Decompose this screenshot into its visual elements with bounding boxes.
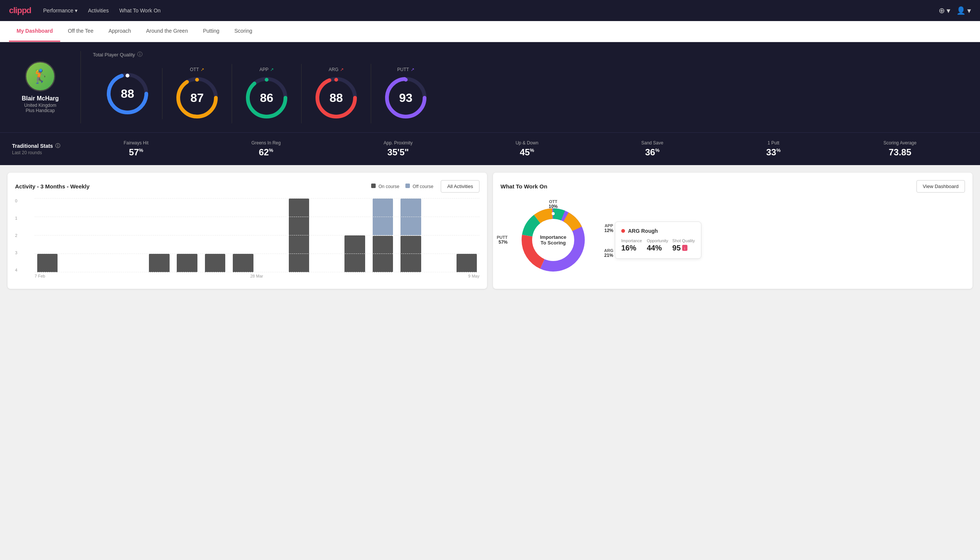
- app-value: 86: [260, 91, 273, 105]
- help-icon[interactable]: ⓘ: [137, 51, 143, 58]
- putt-circle: 93: [383, 75, 428, 120]
- info-card-title: ARG Rough: [621, 228, 695, 234]
- putt-label: PUTT ↗: [397, 67, 414, 72]
- stat-item: 1 Putt 33%: [766, 140, 781, 158]
- quality-arg: ARG ↗ 88: [301, 64, 371, 123]
- chevron-down-icon: ▾: [947, 6, 950, 15]
- stats-title: Traditional Stats ⓘ: [12, 143, 72, 149]
- bars-wrapper: [24, 198, 479, 281]
- nav-performance[interactable]: Performance ▾: [43, 8, 77, 13]
- bottom-panels: Activity - 3 Months - Weekly On course O…: [0, 165, 980, 297]
- oncourse-dot: [371, 183, 376, 188]
- arg-donut-label: ARG 21%: [604, 248, 613, 258]
- chart-legend: On course Off course: [371, 183, 433, 189]
- svg-point-5: [195, 78, 199, 82]
- info-metrics: Importance 16% Opportunity 44% Shot Qual…: [621, 238, 695, 252]
- user-icon: 👤: [956, 6, 966, 15]
- ott-label: OTT 10%: [549, 199, 558, 209]
- quality-circles: 88 OTT ↗ 87: [93, 64, 968, 123]
- tab-putting[interactable]: Putting: [196, 21, 227, 42]
- importance-value: 16%: [621, 244, 644, 252]
- chart-area: 4 3 2 1 0 7 Feb28 Mar9 May: [15, 198, 479, 281]
- arg-circle: 88: [314, 75, 359, 120]
- svg-point-19: [552, 212, 555, 215]
- overall-value: 88: [121, 87, 134, 101]
- down-badge: ↓: [682, 245, 687, 251]
- user-menu-button[interactable]: 👤 ▾: [956, 6, 971, 15]
- quality-overall: 88: [93, 68, 163, 119]
- chart-panel-header: Activity - 3 Months - Weekly On course O…: [15, 180, 479, 193]
- help-icon[interactable]: ⓘ: [55, 143, 60, 149]
- nav-right-actions: ⊕ ▾ 👤 ▾: [938, 6, 971, 15]
- trend-up-icon: ↗: [270, 67, 274, 72]
- nav-what-to-work-on[interactable]: What To Work On: [119, 8, 161, 13]
- stat-item: Scoring Average 73.85: [883, 140, 917, 158]
- vertical-divider: [80, 51, 81, 123]
- work-panel-title: What To Work On: [501, 183, 547, 190]
- tab-my-dashboard[interactable]: My Dashboard: [9, 21, 60, 42]
- putt-label: PUTT 57%: [497, 235, 507, 245]
- putt-value: 93: [399, 91, 413, 105]
- quality-app: APP ↗ 86: [232, 64, 301, 123]
- overall-circle: 88: [105, 71, 150, 116]
- chart-gridlines: [35, 198, 479, 272]
- nav-activities[interactable]: Activities: [88, 8, 109, 13]
- donut-section: Importance To Scoring PUTT 57% OTT 10% A…: [501, 198, 965, 281]
- svg-point-11: [334, 78, 338, 82]
- trend-up-icon: ↗: [411, 67, 414, 72]
- donut-wrapper: Importance To Scoring PUTT 57% OTT 10% A…: [501, 198, 606, 281]
- offcourse-legend: Off course: [405, 183, 433, 189]
- nav-links: Performance ▾ Activities What To Work On: [43, 8, 161, 13]
- stats-label: Traditional Stats ⓘ Last 20 rounds: [12, 143, 72, 155]
- ott-circle: 87: [175, 75, 220, 120]
- ott-label: OTT ↗: [190, 67, 204, 72]
- stat-item: Fairways Hit 57%: [124, 140, 148, 158]
- svg-point-2: [126, 74, 129, 77]
- app-donut-label: APP 12%: [604, 223, 613, 233]
- chart-title: Activity - 3 Months - Weekly: [15, 183, 90, 190]
- arg-label: ARG ↗: [329, 67, 344, 72]
- info-card: ARG Rough Importance 16% Opportunity 44%…: [615, 222, 701, 259]
- stat-item: App. Proximity 35'5": [384, 140, 413, 158]
- svg-point-14: [404, 78, 408, 82]
- app-circle: 86: [244, 75, 289, 120]
- quality-section: Total Player Quality ⓘ 88 OTT ↗: [93, 51, 968, 123]
- avatar: 🏌️: [25, 61, 55, 92]
- quality-ott: OTT ↗ 87: [163, 64, 232, 123]
- all-activities-button[interactable]: All Activities: [441, 180, 479, 193]
- chart-y-labels: 4 3 2 1 0: [15, 198, 17, 281]
- player-country: United Kingdom: [24, 103, 56, 108]
- work-panel-header: What To Work On View Dashboard: [501, 180, 965, 193]
- quality-title: Total Player Quality ⓘ: [93, 51, 968, 58]
- opportunity-value: 44%: [647, 244, 669, 252]
- tab-bar: My Dashboard Off the Tee Approach Around…: [0, 21, 980, 42]
- stats-items: Fairways Hit 57% Greens In Reg 62% App. …: [72, 140, 968, 158]
- chevron-down-icon: ▾: [75, 8, 77, 13]
- donut-center: Importance To Scoring: [540, 234, 566, 246]
- player-name: Blair McHarg: [22, 95, 59, 102]
- shot-quality-metric: Shot Quality 95 ↓: [672, 238, 695, 252]
- oncourse-legend: On course: [371, 183, 399, 189]
- importance-metric: Importance 16%: [621, 238, 644, 252]
- top-navigation: clippd Performance ▾ Activities What To …: [0, 0, 980, 21]
- arg-value: 88: [329, 91, 343, 105]
- view-dashboard-button[interactable]: View Dashboard: [917, 180, 965, 193]
- svg-point-8: [265, 78, 268, 82]
- add-button[interactable]: ⊕ ▾: [938, 6, 950, 15]
- opportunity-metric: Opportunity 44%: [647, 238, 669, 252]
- app-logo: clippd: [9, 6, 31, 15]
- player-info: 🏌️ Blair McHarg United Kingdom Plus Hand…: [12, 61, 68, 113]
- traditional-stats-bar: Traditional Stats ⓘ Last 20 rounds Fairw…: [0, 132, 980, 165]
- tab-scoring[interactable]: Scoring: [227, 21, 260, 42]
- plus-circle-icon: ⊕: [938, 6, 945, 15]
- offcourse-dot: [405, 183, 410, 188]
- trend-up-icon: ↗: [340, 67, 344, 72]
- tab-approach[interactable]: Approach: [101, 21, 138, 42]
- player-handicap: Plus Handicap: [26, 108, 55, 113]
- tab-around-the-green[interactable]: Around the Green: [138, 21, 195, 42]
- stat-item: Greens In Reg 62%: [251, 140, 281, 158]
- chevron-down-icon: ▾: [967, 6, 971, 15]
- app-label: APP ↗: [260, 67, 274, 72]
- what-to-work-on-panel: What To Work On View Dashboard: [493, 173, 972, 289]
- tab-off-the-tee[interactable]: Off the Tee: [60, 21, 101, 42]
